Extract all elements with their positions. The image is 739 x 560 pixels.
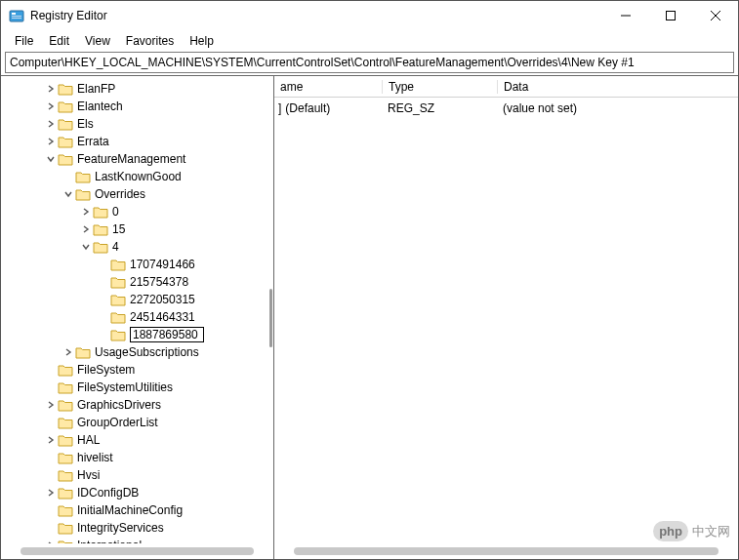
col-type[interactable]: Type [382,80,497,94]
expander-icon[interactable] [44,102,58,110]
tree-item-lastknowngood[interactable]: LastKnownGood [1,168,273,185]
tree-h-scrollbar[interactable] [1,543,273,559]
tree-label: hivelist [77,449,113,466]
values-h-scrollbar[interactable] [274,543,738,559]
tree-item-15[interactable]: 15 [1,220,273,238]
values-list[interactable]: ] (Default) REG_SZ (value not set) [274,98,738,543]
tree-item-Els[interactable]: Els [1,115,273,133]
maximize-button[interactable] [648,1,693,30]
tree-item-215754378[interactable]: 215754378 [1,273,273,291]
folder-icon [93,240,108,254]
minimize-button[interactable] [603,1,648,30]
watermark-cn: 中文网 [692,523,730,540]
watermark-php: php [653,521,688,541]
tree-item-hivelist[interactable]: hivelist [1,449,273,466]
tree-label: LastKnownGood [95,168,182,185]
tree-label: FileSystem [77,361,135,379]
column-headers[interactable]: ame Type Data [274,76,738,98]
folder-icon [58,135,73,148]
expander-icon[interactable] [44,436,58,444]
tree-item-0[interactable]: 0 [1,203,273,220]
window-title: Registry Editor [30,9,603,22]
expander-icon[interactable] [79,208,93,216]
value-type-cell: REG_SZ [382,101,497,115]
address-text: Computer\HKEY_LOCAL_MACHINE\SYSTEM\Curre… [10,56,635,69]
menu-view[interactable]: View [77,32,118,50]
folder-icon [75,187,91,201]
tree-view[interactable]: ElanFP Elantech Els Errata [1,76,273,543]
tree-label: FeatureManagement [77,150,185,168]
tree-item-ElanFP[interactable]: ElanFP [1,80,273,98]
expander-icon[interactable] [44,138,58,145]
tree-item-FileSystem[interactable]: FileSystem [1,361,273,379]
menubar: File Edit View Favorites Help [1,30,738,52]
svg-rect-3 [12,18,21,19]
expander-icon[interactable] [44,120,58,128]
value-name: (Default) [285,101,330,115]
folder-icon [58,539,73,543]
tree-item-HAL[interactable]: HAL [1,431,273,449]
tree-label: Overrides [95,185,145,203]
expander-icon[interactable] [44,489,58,497]
tree-item-InitialMachineConfig[interactable]: InitialMachineConfig [1,501,273,519]
tree-label: 4 [112,238,119,256]
menu-edit[interactable]: Edit [41,32,77,50]
tree-item-Hvsi[interactable]: Hvsi [1,466,273,484]
tree-item-International[interactable]: International [1,537,273,543]
expander-icon[interactable] [62,190,75,198]
address-bar[interactable]: Computer\HKEY_LOCAL_MACHINE\SYSTEM\Curre… [5,52,734,73]
tree-item-IntegrityServices[interactable]: IntegrityServices [1,519,273,537]
tree-label: 0 [112,203,119,220]
app-window: Registry Editor File Edit View Favorites… [0,0,739,560]
expander-icon[interactable] [44,401,58,409]
tree-item-IDConfigDB[interactable]: IDConfigDB [1,484,273,501]
close-button[interactable] [693,1,738,30]
expander-icon[interactable] [44,155,58,163]
menu-file[interactable]: File [7,32,41,50]
tree-label: Els [77,115,94,133]
tree-label: FileSystemUtilities [77,379,173,396]
folder-icon [58,521,73,535]
expander-icon[interactable] [44,85,58,93]
tree-label: IDConfigDB [77,484,139,501]
folder-icon [58,380,73,394]
expander-icon[interactable] [79,225,93,233]
tree-item-2451464331[interactable]: 2451464331 [1,308,273,326]
tree-item-GraphicsDrivers[interactable]: GraphicsDrivers [1,396,273,414]
folder-icon [110,275,126,289]
menu-help[interactable]: Help [182,32,222,50]
tree-label: UsageSubscriptions [95,343,199,361]
tree-item-usagesubscriptions[interactable]: UsageSubscriptions [1,343,273,361]
tree-item-overrides[interactable]: Overrides [1,185,273,203]
expander-icon[interactable] [79,243,93,251]
tree-item-FileSystemUtilities[interactable]: FileSystemUtilities [1,379,273,396]
folder-icon [58,416,73,429]
col-name[interactable]: ame [274,80,382,94]
value-row-default[interactable]: ] (Default) REG_SZ (value not set) [274,100,738,117]
folder-icon [58,152,73,166]
tree-item-featuremanagement[interactable]: FeatureManagement [1,150,273,168]
values-panel: ame Type Data ] (Default) REG_SZ (value … [274,76,738,559]
tree-label: Hvsi [77,466,100,484]
value-name-cell: ] (Default) [274,101,382,115]
tree-item-4[interactable]: 4 [1,238,273,256]
regedit-icon [9,8,24,23]
new-key-name-input[interactable] [130,327,204,342]
tree-item-Elantech[interactable]: Elantech [1,98,273,115]
tree-item-Errata[interactable]: Errata [1,133,273,150]
folder-icon [93,205,108,219]
col-data[interactable]: Data [497,80,738,94]
tree-label: InitialMachineConfig [77,501,183,519]
tree-label: ElanFP [77,80,115,98]
tree-item-2272050315[interactable]: 2272050315 [1,291,273,308]
menu-favorites[interactable]: Favorites [118,32,182,50]
tree-item-1707491466[interactable]: 1707491466 [1,256,273,273]
titlebar[interactable]: Registry Editor [1,1,738,30]
expander-icon[interactable] [62,348,75,356]
tree-label: HAL [77,431,100,449]
tree-item-GroupOrderList[interactable]: GroupOrderList [1,414,273,431]
tree-item-new-key-editing[interactable] [1,326,273,343]
splitter-handle[interactable] [269,289,273,347]
expander-icon[interactable] [44,541,58,543]
folder-icon [58,398,73,412]
